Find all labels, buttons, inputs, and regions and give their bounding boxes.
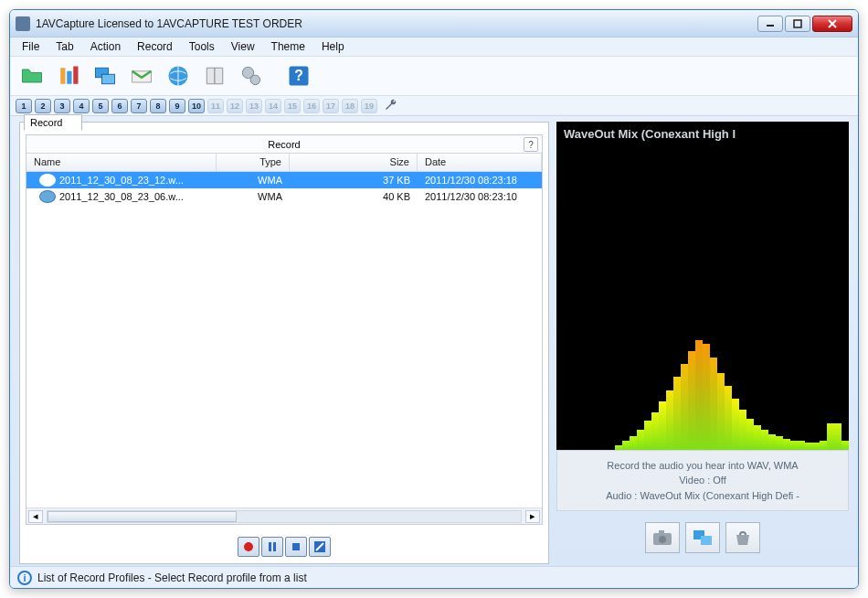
profile-3[interactable]: 3 (54, 99, 70, 113)
maximize-button[interactable] (785, 16, 810, 32)
svg-point-11 (250, 75, 260, 85)
menu-theme[interactable]: Theme (265, 38, 312, 55)
menu-view[interactable]: View (225, 38, 261, 55)
svg-rect-4 (60, 68, 65, 84)
svg-rect-16 (273, 542, 276, 551)
info-box: Record the audio you hear into WAV, WMA … (556, 450, 849, 512)
scroll-thumb[interactable] (48, 511, 237, 522)
menu-tools[interactable]: Tools (183, 38, 221, 55)
recordings-table: Name Type Size Date 2011_12_30_08_23_12.… (26, 154, 542, 507)
file-icon (39, 174, 56, 187)
toolbar-book-icon[interactable] (198, 59, 231, 92)
info-line1: Record the audio you hear into WAV, WMA (565, 458, 841, 474)
h-scrollbar[interactable]: ◂ ▸ (26, 507, 542, 524)
info-line3: Audio : WaveOut Mix (Conexant High Defi … (565, 488, 841, 504)
menu-help[interactable]: Help (315, 38, 351, 55)
svg-point-20 (659, 536, 666, 543)
svg-rect-15 (269, 542, 271, 551)
spectrum (556, 340, 849, 450)
scroll-left-icon[interactable]: ◂ (28, 510, 43, 523)
col-date[interactable]: Date (418, 154, 542, 171)
profile-15: 15 (284, 99, 301, 113)
content: Record Record ? Name Type Size Date 2011… (10, 116, 858, 566)
record-button[interactable] (238, 537, 259, 557)
file-icon (39, 190, 56, 203)
close-button[interactable] (812, 16, 852, 32)
toolbar-globe-icon[interactable] (162, 59, 195, 92)
menu-tab[interactable]: Tab (49, 38, 79, 55)
scroll-right-icon[interactable]: ▸ (525, 510, 540, 523)
menubar: File Tab Action Record Tools View Theme … (10, 37, 858, 56)
status-text: List of Record Profiles - Select Record … (37, 571, 307, 584)
table-row[interactable]: 2011_12_30_08_23_06.w... WMA 40 KB 2011/… (26, 188, 542, 205)
record-group-header: Record ? (26, 135, 542, 154)
svg-point-14 (244, 542, 253, 551)
info-line2: Video : Off (565, 473, 841, 488)
settings-button[interactable] (309, 537, 331, 557)
profile-7[interactable]: 7 (131, 99, 147, 113)
profile-bar: 1 2 3 4 5 6 7 8 9 10 11 12 13 14 15 16 1… (10, 96, 858, 116)
cell-type: WMA (217, 191, 290, 202)
minimize-button[interactable] (757, 16, 783, 32)
profile-13: 13 (246, 99, 262, 113)
right-panel: WaveOut Mix (Conexant High I Record the … (556, 122, 849, 564)
profile-5[interactable]: 5 (92, 99, 109, 113)
side-buttons (556, 511, 849, 564)
profile-settings-icon[interactable] (384, 98, 398, 114)
menu-record[interactable]: Record (131, 38, 179, 55)
stop-button[interactable] (285, 537, 307, 557)
profile-1[interactable]: 1 (16, 99, 32, 113)
scroll-track[interactable] (47, 510, 522, 523)
cell-size: 40 KB (290, 191, 418, 202)
camera-button[interactable] (645, 522, 680, 553)
col-type[interactable]: Type (217, 154, 290, 171)
table-row[interactable]: 2011_12_30_08_23_12.w... WMA 37 KB 2011/… (26, 172, 542, 188)
record-panel: Record ? Name Type Size Date 2011_12_30_… (26, 134, 543, 525)
profile-9[interactable]: 9 (169, 99, 185, 113)
cell-size: 37 KB (290, 175, 418, 186)
toolbar-help-icon[interactable]: ? (282, 59, 315, 92)
profile-4[interactable]: 4 (73, 99, 90, 113)
menu-action[interactable]: Action (84, 38, 127, 55)
statusbar: i List of Record Profiles - Select Recor… (10, 566, 858, 588)
profile-10[interactable]: 10 (188, 99, 205, 113)
titlebar: 1AVCapture Licensed to 1AVCAPTURE TEST O… (10, 10, 858, 37)
profile-6[interactable]: 6 (111, 99, 128, 113)
profile-2[interactable]: 2 (35, 99, 51, 113)
profile-14: 14 (265, 99, 281, 113)
window-title: 1AVCapture Licensed to 1AVCAPTURE TEST O… (36, 17, 757, 30)
windows-button[interactable] (685, 522, 720, 553)
svg-rect-5 (67, 71, 71, 84)
profile-19: 19 (361, 99, 377, 113)
app-icon (16, 16, 30, 31)
toolbar-mail-icon[interactable] (125, 59, 158, 92)
svg-rect-17 (292, 543, 300, 550)
menu-file[interactable]: File (16, 38, 46, 55)
svg-rect-1 (794, 20, 801, 27)
col-size[interactable]: Size (290, 154, 418, 171)
bag-button[interactable] (725, 522, 760, 553)
cell-date: 2011/12/30 08:23:10 (418, 191, 542, 202)
profile-16: 16 (303, 99, 320, 113)
help-icon[interactable]: ? (524, 137, 538, 152)
profile-12: 12 (227, 99, 243, 113)
cell-name: 2011_12_30_08_23_06.w... (59, 191, 184, 202)
svg-rect-6 (73, 67, 78, 84)
profile-8[interactable]: 8 (150, 99, 166, 113)
info-icon: i (17, 571, 32, 585)
cell-name: 2011_12_30_08_23_12.w... (59, 175, 184, 186)
toolbar-mixer-icon[interactable] (52, 59, 85, 92)
svg-text:?: ? (294, 68, 303, 83)
toolbar-folder-icon[interactable] (16, 59, 48, 92)
record-group-label: Record (268, 139, 300, 150)
col-name[interactable]: Name (26, 154, 217, 171)
toolbar: ? (10, 56, 858, 96)
profile-17: 17 (323, 99, 339, 113)
toolbar-settings-icon[interactable] (235, 59, 268, 92)
pause-button[interactable] (261, 537, 283, 557)
toolbar-windows-icon[interactable] (89, 59, 122, 92)
svg-rect-23 (701, 536, 712, 545)
record-tab[interactable]: Record (24, 114, 82, 131)
record-controls (20, 534, 548, 560)
window-controls (757, 16, 852, 32)
